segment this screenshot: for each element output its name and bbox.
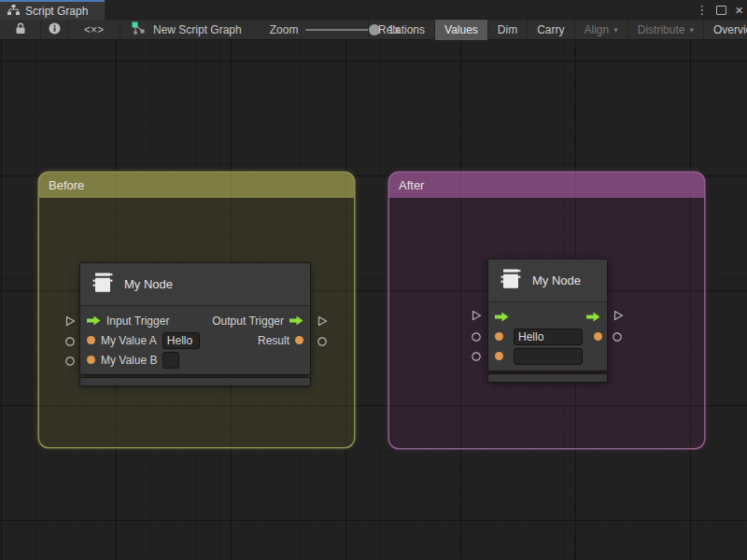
- node-after[interactable]: My Node: [487, 259, 608, 383]
- new-script-graph-icon: [132, 21, 146, 37]
- tab-bar: Script Graph ⋮ ×: [0, 0, 747, 20]
- maximize-icon[interactable]: [716, 6, 726, 15]
- distribute-label: Distribute: [638, 23, 685, 36]
- result-port-icon[interactable]: [295, 336, 303, 344]
- graph-toolbar: <×> New Script Graph Zoom 1x Re: [0, 20, 747, 40]
- node-before[interactable]: My Node Input Trigger Output Trigger: [79, 262, 311, 386]
- node-before-footer[interactable]: [79, 377, 311, 386]
- value-b-port-icon[interactable]: [495, 352, 503, 360]
- value-a-field[interactable]: [514, 329, 583, 345]
- script-graph-window: Script Graph ⋮ ×: [0, 0, 747, 560]
- port-row: [488, 327, 607, 346]
- zoom-label: Zoom: [270, 23, 299, 36]
- output-trigger-port-icon[interactable]: [586, 312, 600, 322]
- align-label: Align: [585, 23, 610, 36]
- window-menu-icon[interactable]: ⋮: [696, 4, 708, 16]
- value-b-outer-port[interactable]: [471, 351, 482, 362]
- info-button[interactable]: [41, 20, 68, 39]
- port-label: Output Trigger: [212, 315, 284, 328]
- value-b-port-icon[interactable]: [87, 356, 95, 364]
- relations-button[interactable]: Relations: [368, 20, 434, 40]
- result-outer-port[interactable]: [317, 336, 328, 347]
- hierarchy-icon: [7, 5, 20, 18]
- window-controls: ⋮ ×: [696, 0, 743, 20]
- node-before-header[interactable]: My Node: [80, 263, 310, 305]
- port-row: [488, 346, 607, 366]
- port-label: Input Trigger: [106, 315, 169, 328]
- result-port-icon[interactable]: [594, 332, 602, 341]
- unit-icon: [499, 268, 523, 294]
- graph-canvas[interactable]: Before After: [0, 40, 747, 560]
- unit-icon: [91, 272, 115, 298]
- trigger-input-outer-port[interactable]: [471, 310, 482, 321]
- output-trigger-port-icon[interactable]: [289, 315, 303, 326]
- group-before-title: Before: [49, 178, 84, 192]
- port-row: My Value B: [80, 350, 310, 370]
- distribute-dropdown[interactable]: Distribute ▾: [627, 20, 703, 40]
- input-trigger-port-icon[interactable]: [495, 312, 509, 322]
- node-before-body: Input Trigger Output Trigger My Value A …: [80, 305, 310, 374]
- code-preview-button[interactable]: <×>: [68, 20, 120, 39]
- align-dropdown[interactable]: Align ▾: [574, 20, 627, 40]
- node-title: My Node: [532, 273, 581, 287]
- group-after-header[interactable]: After: [389, 173, 704, 198]
- port-row: [488, 307, 607, 327]
- node-after-body: [488, 301, 607, 371]
- port-label: Result: [258, 334, 289, 347]
- lock-icon: [15, 22, 26, 37]
- node-title: My Node: [124, 277, 173, 291]
- chevron-down-icon: ▾: [613, 25, 618, 35]
- port-label: My Value B: [101, 354, 157, 367]
- result-outer-port[interactable]: [612, 331, 623, 343]
- trigger-output-outer-port[interactable]: [613, 310, 624, 321]
- trigger-input-outer-port[interactable]: [64, 315, 76, 327]
- port-row: Input Trigger Output Trigger: [80, 311, 310, 330]
- port-row: My Value A Result: [80, 330, 310, 350]
- toolbar-mid-group: New Script Graph Zoom 1x: [120, 20, 400, 39]
- value-a-outer-port[interactable]: [64, 336, 76, 347]
- tab-label: Script Graph: [25, 5, 88, 18]
- value-b-field[interactable]: [162, 352, 179, 369]
- value-a-port-icon[interactable]: [495, 332, 503, 341]
- node-after-header[interactable]: My Node: [488, 259, 607, 301]
- chevron-down-icon: ▾: [689, 25, 694, 35]
- input-trigger-port-icon[interactable]: [87, 315, 101, 326]
- group-before-header[interactable]: Before: [39, 173, 354, 198]
- tab-script-graph[interactable]: Script Graph: [0, 0, 105, 20]
- overview-button[interactable]: Overview: [703, 20, 747, 40]
- value-b-field[interactable]: [514, 348, 583, 365]
- trigger-output-outer-port[interactable]: [317, 315, 328, 327]
- value-b-outer-port[interactable]: [64, 356, 76, 367]
- toolbar-right-group: Relations Values Dim Carry Align ▾ Distr…: [368, 20, 747, 40]
- code-icon: <×>: [84, 23, 104, 36]
- info-icon: [49, 22, 61, 37]
- node-after-footer[interactable]: [487, 373, 608, 383]
- value-a-field[interactable]: [162, 332, 200, 349]
- value-a-port-icon[interactable]: [87, 336, 95, 344]
- dim-button[interactable]: Dim: [487, 20, 527, 40]
- group-after-title: After: [399, 178, 424, 192]
- values-button[interactable]: Values: [434, 20, 487, 40]
- lock-button[interactable]: [0, 20, 41, 39]
- carry-button[interactable]: Carry: [527, 20, 573, 40]
- port-label: My Value A: [101, 334, 157, 347]
- value-a-outer-port[interactable]: [471, 331, 482, 343]
- new-script-graph-label[interactable]: New Script Graph: [153, 23, 242, 36]
- close-icon[interactable]: ×: [735, 3, 743, 17]
